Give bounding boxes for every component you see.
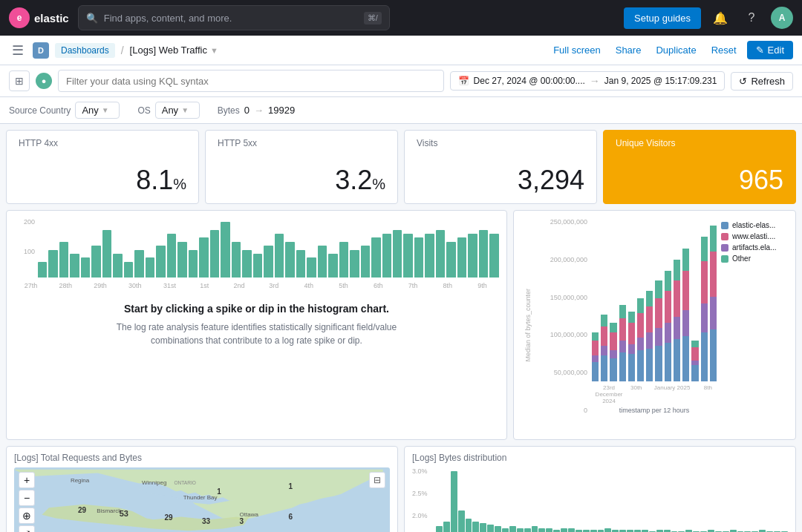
histogram-bar[interactable] bbox=[70, 254, 79, 278]
histogram-bar[interactable] bbox=[393, 230, 402, 278]
bytes-bar[interactable] bbox=[509, 526, 516, 532]
share-button[interactable]: Share bbox=[611, 42, 646, 59]
histogram-bar[interactable] bbox=[318, 246, 327, 278]
histogram-bar[interactable] bbox=[350, 250, 359, 278]
histogram-bar[interactable] bbox=[199, 237, 208, 278]
help-icon[interactable]: ? bbox=[740, 6, 763, 30]
histogram-bar[interactable] bbox=[468, 234, 477, 278]
bytes-bar[interactable] bbox=[502, 528, 509, 533]
histogram-bar[interactable] bbox=[221, 222, 229, 278]
histogram-bar[interactable] bbox=[264, 246, 273, 278]
histogram-bar[interactable] bbox=[403, 234, 412, 278]
bytes-bar[interactable] bbox=[443, 522, 450, 532]
histogram-bar[interactable] bbox=[328, 254, 337, 278]
bytes-bar[interactable] bbox=[619, 530, 626, 532]
histogram-bar[interactable] bbox=[446, 242, 455, 278]
histogram-bar[interactable] bbox=[134, 250, 143, 278]
bytes-bar[interactable] bbox=[561, 528, 567, 533]
histogram-bar[interactable] bbox=[156, 246, 165, 278]
global-search[interactable]: 🔍 Find apps, content, and more. ⌘/ bbox=[78, 5, 390, 30]
histogram-bar[interactable] bbox=[307, 257, 316, 278]
refresh-button[interactable]: ↺ Refresh bbox=[731, 72, 793, 91]
histogram-bar[interactable] bbox=[414, 237, 423, 278]
histogram-bar[interactable] bbox=[177, 242, 186, 278]
histogram-bar[interactable] bbox=[382, 234, 391, 278]
bytes-bar[interactable] bbox=[532, 526, 538, 532]
histogram-bar[interactable] bbox=[253, 254, 262, 278]
bytes-bar[interactable] bbox=[604, 528, 611, 533]
bytes-bar[interactable] bbox=[664, 530, 671, 532]
map-zoom-in-button[interactable]: + bbox=[19, 472, 35, 488]
map-zoom-out-button[interactable]: − bbox=[19, 490, 35, 506]
bytes-bar[interactable] bbox=[546, 528, 552, 533]
histogram-bar[interactable] bbox=[361, 246, 370, 278]
histogram-bar[interactable] bbox=[425, 234, 434, 278]
histogram-bar[interactable] bbox=[457, 237, 466, 278]
bytes-bar[interactable] bbox=[472, 522, 479, 532]
histogram-bar[interactable] bbox=[59, 242, 68, 278]
duplicate-button[interactable]: Duplicate bbox=[651, 42, 700, 59]
histogram-bar[interactable] bbox=[339, 242, 348, 278]
histogram-bar[interactable] bbox=[146, 257, 154, 278]
elastic-logo[interactable]: e elastic bbox=[9, 7, 69, 28]
reset-button[interactable]: Reset bbox=[707, 42, 741, 59]
bytes-bar[interactable] bbox=[436, 526, 443, 532]
filter-toggle-button[interactable]: ⊞ bbox=[9, 70, 30, 91]
user-avatar[interactable]: A bbox=[771, 7, 793, 29]
kql-input[interactable] bbox=[58, 70, 444, 92]
bytes-bar[interactable] bbox=[517, 528, 524, 533]
date-range-picker[interactable]: 📅 Dec 27, 2024 @ 00:00:00.... → Jan 9, 2… bbox=[450, 71, 726, 91]
bytes-bar[interactable] bbox=[685, 530, 692, 532]
histogram-bar[interactable] bbox=[479, 230, 488, 278]
histogram-bar[interactable] bbox=[489, 234, 498, 278]
histogram-bar[interactable] bbox=[124, 262, 133, 278]
map-layer-button[interactable]: ⊟ bbox=[369, 472, 385, 488]
bytes-bar[interactable] bbox=[634, 530, 641, 532]
histogram-bar[interactable] bbox=[242, 250, 251, 278]
bytes-bar[interactable] bbox=[480, 523, 486, 532]
histogram-bar[interactable] bbox=[48, 250, 57, 278]
histogram-bar[interactable] bbox=[189, 250, 198, 278]
histogram-bar[interactable] bbox=[91, 246, 100, 278]
histogram-bar[interactable] bbox=[436, 230, 445, 278]
bytes-bar[interactable] bbox=[583, 530, 590, 532]
bytes-bar[interactable] bbox=[466, 519, 472, 532]
histogram-bar[interactable] bbox=[371, 237, 380, 278]
bytes-bar[interactable] bbox=[590, 530, 597, 532]
histogram-bar[interactable] bbox=[210, 230, 219, 278]
bytes-bar[interactable] bbox=[708, 530, 714, 532]
notifications-icon[interactable]: 🔔 bbox=[708, 6, 732, 30]
histogram-bar[interactable] bbox=[285, 242, 294, 278]
bytes-bar[interactable] bbox=[598, 530, 604, 532]
menu-icon[interactable]: ☰ bbox=[9, 39, 27, 62]
full-screen-button[interactable]: Full screen bbox=[549, 42, 605, 59]
map-reset-button[interactable]: ⊕ bbox=[19, 508, 35, 524]
histogram-bar[interactable] bbox=[38, 262, 47, 278]
histogram-bar[interactable] bbox=[232, 242, 241, 278]
bytes-bar[interactable] bbox=[487, 525, 494, 532]
bytes-bar[interactable] bbox=[759, 530, 766, 532]
histogram-bar[interactable] bbox=[102, 230, 111, 278]
breadcrumb-chevron-icon[interactable]: ▼ bbox=[210, 46, 218, 55]
bytes-bar[interactable] bbox=[451, 471, 457, 532]
setup-guides-button[interactable]: Setup guides bbox=[624, 7, 701, 29]
bytes-bar[interactable] bbox=[576, 530, 582, 532]
bytes-bar[interactable] bbox=[524, 528, 531, 533]
os-select[interactable]: Any ▼ bbox=[155, 102, 200, 119]
edit-button[interactable]: ✎ Edit bbox=[747, 41, 793, 59]
bytes-bar[interactable] bbox=[458, 510, 465, 532]
bytes-bar[interactable] bbox=[612, 530, 619, 532]
bytes-bar[interactable] bbox=[568, 528, 575, 533]
bytes-bar[interactable] bbox=[495, 526, 501, 532]
histogram-bar[interactable] bbox=[167, 234, 176, 278]
histogram-bar[interactable] bbox=[275, 234, 284, 278]
histogram-bar[interactable] bbox=[296, 250, 305, 278]
bytes-bar[interactable] bbox=[538, 528, 545, 533]
map-fullscreen-button[interactable]: ⤢ bbox=[19, 525, 35, 532]
bytes-bar[interactable] bbox=[642, 530, 648, 532]
histogram-bar[interactable] bbox=[81, 257, 90, 278]
bytes-bar[interactable] bbox=[730, 530, 737, 532]
source-country-select[interactable]: Any ▼ bbox=[75, 102, 120, 119]
bytes-bar[interactable] bbox=[553, 530, 560, 532]
breadcrumb-dashboards[interactable]: Dashboards bbox=[55, 43, 115, 58]
